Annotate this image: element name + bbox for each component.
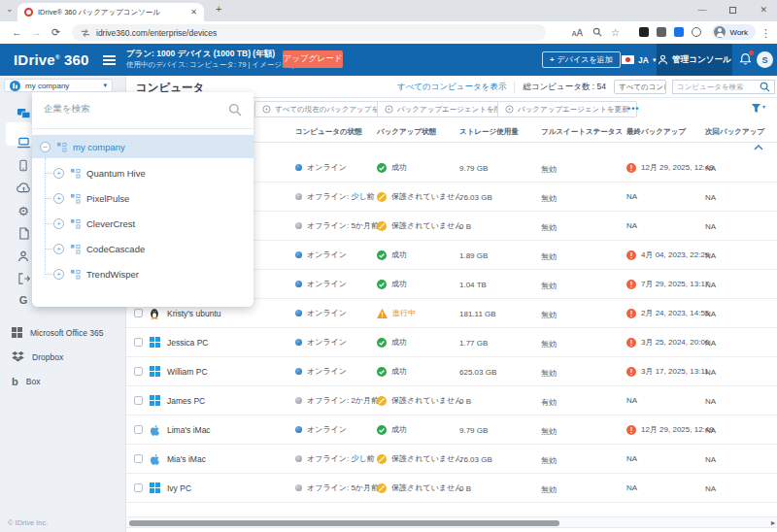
bookmark-star-icon[interactable]: ☆ xyxy=(611,27,620,38)
window-close-button[interactable]: ✕ xyxy=(760,5,767,15)
admin-console-button[interactable]: 管理コンソール xyxy=(657,44,732,76)
sidebar-item-dropbox[interactable]: Dropbox xyxy=(0,345,125,369)
remove-agent-button[interactable]: バックアップエージェントを削除 xyxy=(377,101,517,117)
horizontal-scrollbar[interactable]: ▸ xyxy=(126,516,777,528)
org-tree-item[interactable]: +TrendWisper xyxy=(32,261,253,286)
full-suite-status: 無効 xyxy=(541,164,557,175)
sidebar-item-cloud-backup[interactable] xyxy=(13,177,34,198)
computer-name[interactable]: Mia's iMac xyxy=(167,454,206,464)
sidebar-item-mobile[interactable] xyxy=(13,154,34,176)
computer-name[interactable]: James PC xyxy=(167,396,205,406)
window-minimize-button[interactable]: — xyxy=(697,5,706,15)
idrive-logo[interactable]: IDrive® 360 xyxy=(14,51,89,68)
sidebar-item-google[interactable]: G xyxy=(13,289,34,311)
row-checkbox[interactable] xyxy=(134,454,143,463)
computer-name[interactable]: Kristy's ubuntu xyxy=(167,309,220,318)
tab-search-icon[interactable]: ⌄ xyxy=(6,4,14,14)
device-row[interactable]: James PCオフライン: 2か月前保護されていません0 B有効NANA xyxy=(126,386,777,416)
user-avatar[interactable]: S xyxy=(757,51,773,68)
backup-status: 成功 xyxy=(377,153,407,182)
next-backup: NA xyxy=(705,281,716,289)
scroll-right-arrow-icon[interactable]: ▸ xyxy=(771,518,775,527)
reload-icon[interactable]: ⟳ xyxy=(51,26,60,39)
sidebar-item-users[interactable] xyxy=(13,246,34,267)
next-backup: NA xyxy=(705,164,716,173)
expand-plus-icon[interactable]: + xyxy=(53,218,64,229)
org-tree-item[interactable]: +Quantum Hive xyxy=(32,160,253,185)
company-icon xyxy=(10,81,20,91)
org-tree-item[interactable]: +CodeCascade xyxy=(32,236,253,261)
computer-name[interactable]: Lima's iMac xyxy=(167,425,211,435)
extension-icon-1[interactable] xyxy=(639,27,649,37)
expand-plus-icon[interactable]: + xyxy=(53,244,64,254)
browser-profile-chip[interactable]: Work xyxy=(712,24,756,40)
hamburger-menu-icon[interactable] xyxy=(103,55,116,67)
row-checkbox[interactable] xyxy=(134,367,143,376)
computer-name[interactable]: William PC xyxy=(167,367,208,377)
row-checkbox[interactable] xyxy=(134,338,143,347)
gear-icon: ⚙ xyxy=(17,205,29,217)
computer-name[interactable]: Ivy PC xyxy=(167,483,191,493)
last-backup: NA xyxy=(626,386,637,415)
search-glass-icon[interactable] xyxy=(592,27,602,37)
org-tree-item[interactable]: +CleverCrest xyxy=(32,211,253,236)
filter-button[interactable]: ▾ xyxy=(751,103,765,114)
full-suite-status: 無効 xyxy=(541,310,557,320)
more-actions-button[interactable]: ••• xyxy=(627,104,639,114)
extension-icon-3[interactable] xyxy=(674,27,684,37)
translate-icon[interactable]: 🗚 xyxy=(572,27,583,39)
language-selector[interactable]: JA xyxy=(638,55,649,65)
org-tree-root[interactable]: − my company xyxy=(32,135,253,158)
sidebar-item-microsoft-office-365[interactable]: Microsoft Office 365 xyxy=(0,320,125,345)
search-icon[interactable] xyxy=(760,82,770,92)
update-agent-button[interactable]: バックアップエージェントを更新 xyxy=(497,101,637,117)
window-maximize-button[interactable] xyxy=(729,7,736,14)
new-tab-button[interactable]: + xyxy=(216,3,221,15)
extensions-puzzle-icon[interactable] xyxy=(692,27,701,37)
back-icon[interactable]: ← xyxy=(12,26,22,38)
sidebar-item-reports[interactable] xyxy=(13,222,34,244)
device-row[interactable]: Ivy PCオフライン: 5か月前保護されていません0 B無効NANA xyxy=(126,474,777,503)
row-checkbox[interactable] xyxy=(134,483,143,492)
storage-usage: 9.79 GB xyxy=(459,426,488,435)
upgrade-button[interactable]: アップグレード xyxy=(283,50,343,68)
sidebar-item-computers[interactable] xyxy=(13,132,34,153)
collapse-chevron-icon[interactable] xyxy=(754,145,763,150)
expand-plus-icon[interactable]: + xyxy=(53,193,64,204)
expand-plus-icon[interactable]: + xyxy=(53,168,64,179)
org-tree-item[interactable]: +PixelPulse xyxy=(32,185,253,211)
device-row[interactable]: William PCオンライン成功625.03 GB無効3月 17, 2025,… xyxy=(126,357,777,386)
org-search-input[interactable] xyxy=(44,103,209,114)
success-check-icon xyxy=(377,163,387,173)
sidebar-item-box[interactable]: bBox xyxy=(0,369,125,393)
device-row[interactable]: Mia's iMacオフライン: 少し前保護されていません76.03 GB無効N… xyxy=(126,445,777,474)
show-all-computers-link[interactable]: すべてのコンピュータを表示 xyxy=(397,82,507,93)
computer-filter-select[interactable]: すべてのコンピュ...▾ xyxy=(614,80,666,94)
computer-search-input[interactable] xyxy=(677,83,757,91)
url-bar[interactable]: idrive360.com/enterprise/devices xyxy=(72,24,546,41)
notifications-bell-icon[interactable] xyxy=(739,52,752,66)
japan-flag-icon xyxy=(622,55,634,64)
last-backup: NA xyxy=(626,474,637,502)
row-checkbox[interactable] xyxy=(134,309,143,317)
computer-name[interactable]: Jessica PC xyxy=(167,338,209,348)
tab-close-icon[interactable]: ✕ xyxy=(190,8,197,17)
device-row[interactable]: Jessica PCオンライン成功1.77 GB無効3月 25, 2024, 2… xyxy=(126,328,777,357)
row-checkbox[interactable] xyxy=(134,425,143,434)
row-checkbox[interactable] xyxy=(134,396,143,405)
sidebar-item-settings[interactable]: ⚙ xyxy=(13,200,34,221)
collapse-minus-icon[interactable]: − xyxy=(40,142,51,152)
add-device-button[interactable]: +デバイスを追加 xyxy=(542,51,621,68)
browser-menu-icon[interactable]: ⋮ xyxy=(760,27,771,40)
scrollbar-thumb[interactable] xyxy=(129,520,559,526)
site-info-icon[interactable] xyxy=(81,28,90,38)
forward-icon[interactable]: → xyxy=(31,26,42,38)
sidebar-item-devices[interactable] xyxy=(13,103,34,124)
sidebar-item-logout[interactable] xyxy=(13,268,34,289)
extension-icon-2[interactable] xyxy=(657,27,666,37)
org-selector[interactable]: my company ▾ xyxy=(4,79,113,92)
device-row[interactable]: Lima's iMacオンライン成功9.79 GB無効12月 29, 2025,… xyxy=(126,416,777,445)
computer-search-box xyxy=(672,80,775,94)
expand-plus-icon[interactable]: + xyxy=(53,269,64,280)
browser-tab[interactable]: IDrive® 360 バックアップコンソール ✕ xyxy=(17,3,204,21)
